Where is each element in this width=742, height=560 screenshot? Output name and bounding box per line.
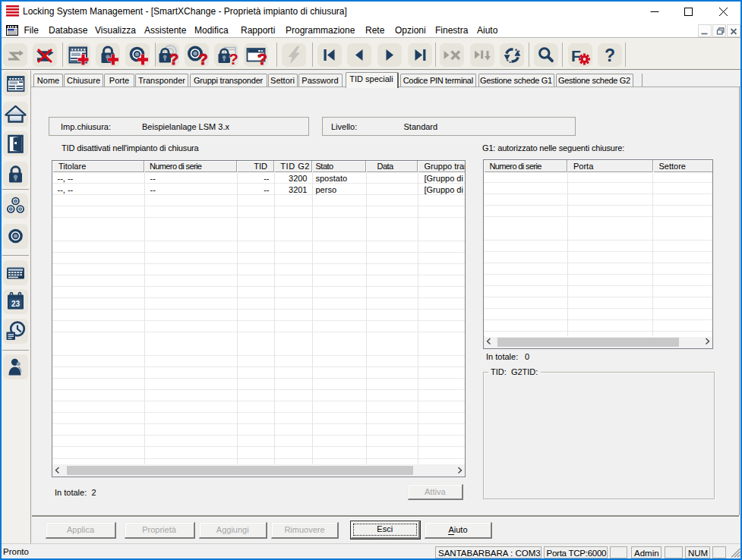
svg-text:?: ? xyxy=(257,50,267,68)
svg-text:?: ? xyxy=(169,49,179,67)
svg-text:?: ? xyxy=(229,50,238,68)
svg-text:23: 23 xyxy=(11,300,21,308)
svg-text:?: ? xyxy=(605,46,615,65)
svg-text:F: F xyxy=(571,46,581,64)
svg-text:?: ? xyxy=(198,50,208,68)
